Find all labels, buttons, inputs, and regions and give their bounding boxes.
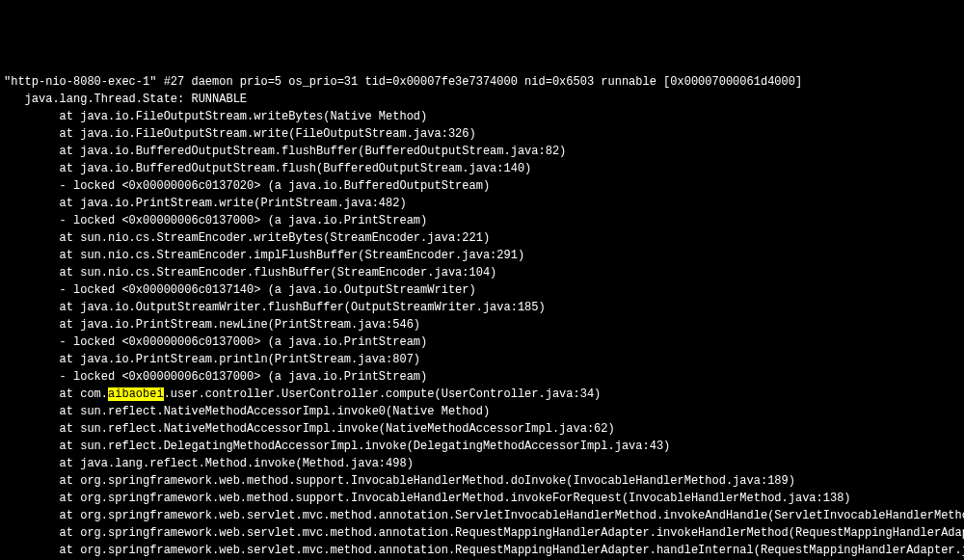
search-highlight: aibaobei (108, 387, 164, 401)
stack-frame: at org.springframework.web.method.suppor… (4, 490, 964, 507)
frame-suffix: .user.controller.UserController.compute(… (164, 387, 602, 401)
stack-frame: - locked <0x00000006c0137000> (a java.io… (4, 212, 964, 229)
stack-frame: at sun.reflect.NativeMethodAccessorImpl.… (4, 420, 964, 438)
stack-frame: at java.io.BufferedOutputStream.flushBuf… (4, 143, 964, 160)
stack-frame: at java.io.PrintStream.newLine(PrintStre… (4, 316, 964, 333)
stack-frame: at sun.nio.cs.StreamEncoder.implFlushBuf… (4, 247, 964, 264)
stack-frame-highlighted: at com.aibaobei.user.controller.UserCont… (4, 386, 964, 403)
thread-header: "http-nio-8080-exec-1" #27 daemon prio=5… (4, 73, 964, 91)
stack-frame: - locked <0x00000006c0137020> (a java.io… (4, 177, 964, 195)
stack-frame: at sun.nio.cs.StreamEncoder.flushBuffer(… (4, 264, 964, 281)
stack-frame: - locked <0x00000006c0137000> (a java.io… (4, 333, 964, 351)
stack-frame: at java.io.PrintStream.println(PrintStre… (4, 351, 964, 368)
stack-frame: at java.io.PrintStream.write(PrintStream… (4, 195, 964, 212)
stack-frame: at org.springframework.web.servlet.mvc.m… (4, 524, 964, 542)
stack-frame: at sun.reflect.NativeMethodAccessorImpl.… (4, 403, 964, 420)
stack-frame: at org.springframework.web.method.suppor… (4, 472, 964, 490)
stack-frame: - locked <0x00000006c0137000> (a java.io… (4, 368, 964, 386)
stack-frame: at java.io.OutputStreamWriter.flushBuffe… (4, 299, 964, 316)
stack-frame: - locked <0x00000006c0137140> (a java.io… (4, 281, 964, 299)
frame-prefix: at com. (4, 387, 108, 401)
stack-frame: at sun.reflect.DelegatingMethodAccessorI… (4, 438, 964, 455)
stack-frame: at java.io.FileOutputStream.writeBytes(N… (4, 108, 964, 125)
stack-frame: at java.lang.reflect.Method.invoke(Metho… (4, 455, 964, 472)
stack-frame: at org.springframework.web.servlet.mvc.m… (4, 507, 964, 524)
stack-frame: at org.springframework.web.servlet.mvc.m… (4, 542, 964, 559)
stack-frame: at java.io.FileOutputStream.write(FileOu… (4, 125, 964, 143)
stack-frame: at sun.nio.cs.StreamEncoder.writeBytes(S… (4, 229, 964, 247)
stack-frame: at java.io.BufferedOutputStream.flush(Bu… (4, 160, 964, 177)
thread-state: java.lang.Thread.State: RUNNABLE (4, 91, 964, 108)
